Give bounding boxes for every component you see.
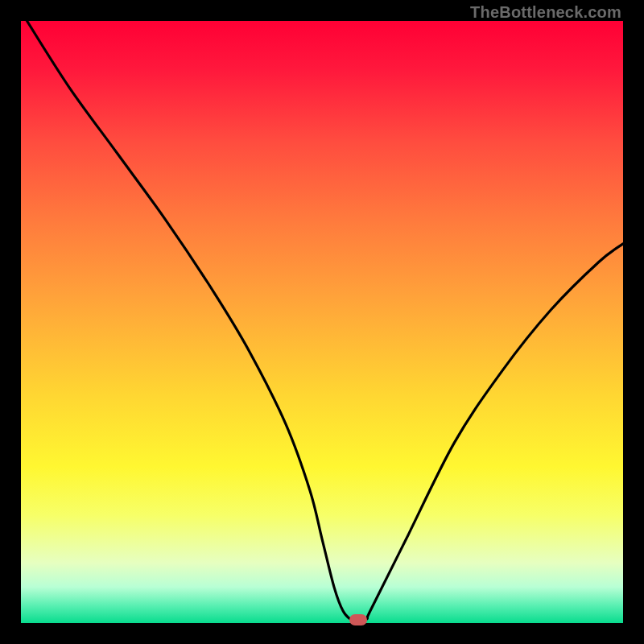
plot-area: [21, 21, 623, 623]
chart-frame: TheBottleneck.com: [0, 0, 644, 644]
attribution-label: TheBottleneck.com: [470, 3, 621, 22]
optimal-point-marker: [349, 614, 367, 625]
bottleneck-curve: [21, 21, 623, 623]
